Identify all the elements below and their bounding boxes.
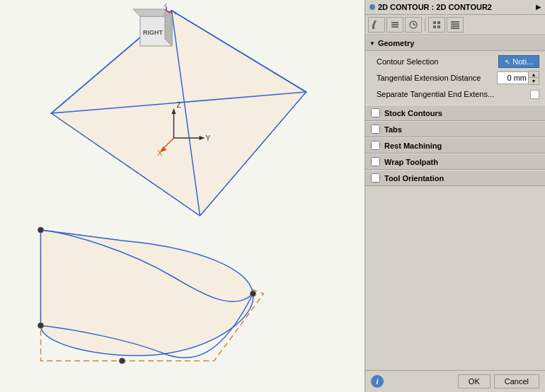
tangential-extension-row: Tangential Extension Distance ▲ ▼: [365, 69, 545, 86]
svg-rect-40: [451, 23, 459, 25]
tabs-checkbox[interactable]: [371, 125, 380, 134]
expand-icon[interactable]: ▶: [536, 4, 541, 11]
geometry-triangle: ▼: [369, 40, 375, 47]
panel-header: 2D CONTOUR : 2D CONTOUR2 ▶: [365, 0, 545, 15]
tabs-section[interactable]: Tabs: [365, 121, 545, 137]
svg-rect-39: [451, 21, 459, 23]
contour-selection-label: Contour Selection: [377, 57, 498, 66]
canvas-area: Z Y X RIGHT Z Y: [0, 0, 365, 392]
svg-rect-27: [372, 25, 374, 29]
separate-tangential-row: Separate Tangential End Extens...: [365, 86, 545, 102]
tangential-extension-control: ▲ ▼: [497, 71, 539, 85]
svg-rect-29: [391, 22, 398, 23]
right-panel: 2D CONTOUR : 2D CONTOUR2 ▶: [365, 0, 545, 392]
svg-rect-31: [391, 26, 398, 28]
tool-orientation-section[interactable]: Tool Orientation: [365, 170, 545, 186]
geometry-title: Geometry: [378, 39, 414, 47]
svg-text:X: X: [158, 149, 163, 157]
separate-tangential-control: [530, 90, 539, 99]
svg-text:Y: Y: [173, 11, 177, 16]
svg-rect-35: [433, 21, 436, 24]
rest-machining-label: Rest Machining: [384, 142, 442, 150]
svg-text:Z: Z: [177, 101, 181, 109]
cursor-icon: ↖: [505, 58, 510, 66]
svg-point-15: [38, 227, 44, 233]
spinner-up[interactable]: ▲: [529, 71, 539, 78]
tangential-spinner: ▲ ▼: [497, 71, 539, 85]
svg-text:RIGHT: RIGHT: [143, 29, 164, 36]
svg-marker-21: [165, 9, 172, 46]
toolbar: [365, 15, 545, 35]
panel-content[interactable]: ▼ Geometry Contour Selection ↖ Noti... T…: [365, 35, 545, 370]
contour-selection-row: Contour Selection ↖ Noti...: [365, 54, 545, 69]
separate-tangential-checkbox[interactable]: [530, 90, 539, 99]
tangential-extension-label: Tangential Extension Distance: [377, 74, 497, 82]
svg-point-16: [38, 323, 44, 328]
toolbar-separator: [425, 18, 425, 31]
svg-text:Z: Z: [164, 4, 168, 7]
ok-button[interactable]: OK: [458, 374, 490, 388]
toolbar-btn-table[interactable]: [447, 17, 464, 33]
dialog-buttons: OK Cancel: [458, 374, 539, 388]
info-icon[interactable]: i: [371, 375, 384, 388]
toolbar-btn-clock[interactable]: [405, 17, 422, 33]
svg-rect-36: [437, 21, 440, 24]
tool-orientation-checkbox[interactable]: [371, 173, 380, 183]
svg-point-18: [120, 358, 125, 364]
svg-point-17: [251, 291, 256, 296]
geometry-section-header[interactable]: ▼ Geometry: [365, 35, 545, 51]
contour-selection-button[interactable]: ↖ Noti...: [498, 55, 539, 68]
spinner-arrows: ▲ ▼: [529, 71, 539, 85]
geometry-section-body: Contour Selection ↖ Noti... Tangential E…: [365, 51, 545, 105]
svg-text:Y: Y: [206, 134, 211, 142]
svg-rect-30: [391, 24, 398, 25]
stock-contours-label: Stock Contours: [384, 109, 442, 117]
cancel-button[interactable]: Cancel: [494, 374, 539, 388]
wrap-toolpath-label: Wrap Toolpath: [384, 158, 438, 166]
tangential-value-input[interactable]: [497, 71, 529, 84]
stock-contours-section[interactable]: Stock Contours: [365, 105, 545, 121]
svg-rect-38: [437, 25, 440, 28]
toolbar-btn-grid[interactable]: [428, 17, 445, 33]
contour-selection-btn-text: Noti...: [512, 57, 533, 66]
svg-rect-42: [451, 28, 459, 29]
tabs-label: Tabs: [384, 125, 402, 134]
bottom-bar: i OK Cancel: [365, 370, 545, 392]
tool-orientation-label: Tool Orientation: [384, 174, 444, 183]
stock-contours-checkbox[interactable]: [371, 108, 380, 117]
svg-rect-41: [451, 25, 459, 27]
spinner-down[interactable]: ▼: [529, 78, 539, 84]
separate-tangential-label: Separate Tangential End Extens...: [377, 90, 530, 98]
svg-rect-37: [433, 25, 436, 28]
wrap-toolpath-section[interactable]: Wrap Toolpath: [365, 154, 545, 170]
panel-title: 2D CONTOUR : 2D CONTOUR2: [378, 3, 492, 11]
rest-machining-section[interactable]: Rest Machining: [365, 137, 545, 154]
view-indicator: RIGHT Z Y: [127, 4, 180, 64]
toolbar-btn-layers[interactable]: [386, 17, 403, 33]
toolbar-btn-pencil[interactable]: [368, 17, 385, 33]
header-dot: [369, 4, 375, 10]
contour-selection-control: ↖ Noti...: [498, 55, 539, 68]
rest-machining-checkbox[interactable]: [371, 141, 380, 150]
wrap-toolpath-checkbox[interactable]: [371, 157, 380, 166]
svg-marker-28: [372, 21, 377, 25]
